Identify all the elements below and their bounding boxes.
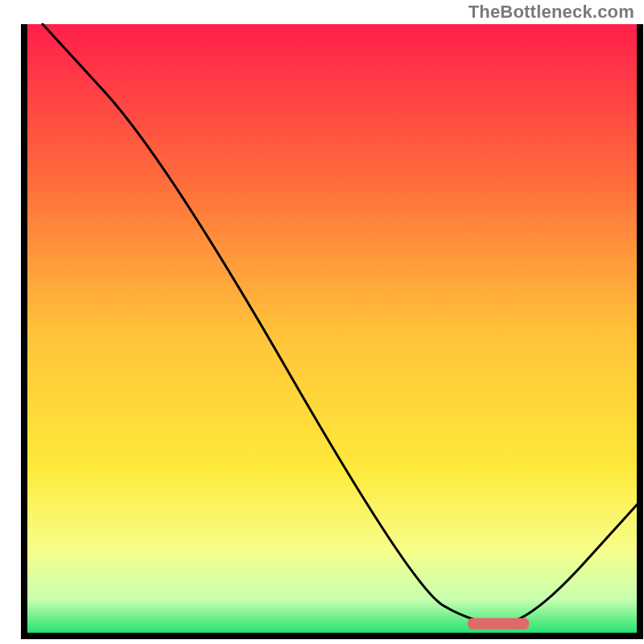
plot-background — [24, 24, 640, 636]
watermark-text: TheBottleneck.com — [469, 2, 634, 23]
chart-container: TheBottleneck.com — [0, 0, 644, 644]
optimum-marker — [468, 618, 530, 630]
bottleneck-chart — [0, 0, 644, 644]
